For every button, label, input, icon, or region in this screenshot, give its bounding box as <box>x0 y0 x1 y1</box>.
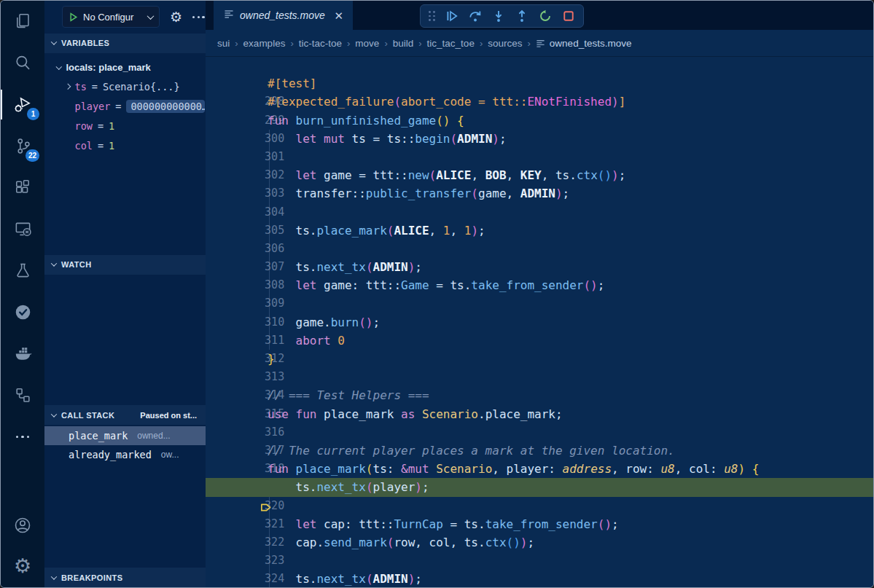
line-gutter: 310 <box>206 276 246 294</box>
beaker-icon <box>13 261 33 281</box>
code-line[interactable]: 305 transfer::public_transfer(game, ADMI… <box>206 184 873 203</box>
explorer-icon <box>13 12 33 31</box>
code-line[interactable]: 306 <box>206 203 873 222</box>
watch-section-header[interactable]: WATCH <box>44 255 206 275</box>
chevron-right-icon <box>65 84 71 90</box>
code-line[interactable]: 318 <box>206 423 873 442</box>
tab-owned-tests[interactable]: owned_tests.move ✕ <box>214 1 353 30</box>
breadcrumb-item[interactable]: examples <box>243 38 286 49</box>
variables-title: VARIABLES <box>61 39 109 47</box>
variable-row[interactable]: ts = Scenario{...} <box>44 77 206 97</box>
code-line[interactable]: 322 <box>206 497 873 515</box>
code-line[interactable]: 309 ts.next_tx(ADMIN); <box>206 258 873 276</box>
step-over-button[interactable] <box>469 9 482 23</box>
continue-button[interactable] <box>445 9 459 23</box>
variable-value[interactable]: 1 <box>109 140 114 152</box>
code-line[interactable]: 313 abort 0 <box>206 332 873 350</box>
frame-file: ow... <box>161 450 179 460</box>
sidebar-item-search[interactable] <box>1 42 44 84</box>
code-line[interactable]: 307 ts.place_mark(ALICE, 1, 1); <box>206 222 873 240</box>
code-line[interactable]: 316 // === Test Helpers === <box>206 386 873 404</box>
restart-button[interactable] <box>539 9 552 23</box>
move-file-icon <box>224 9 234 22</box>
variable-value[interactable]: 1 <box>109 120 114 132</box>
sidebar-item-docker[interactable] <box>1 333 44 375</box>
variable-row[interactable]: col = 1 <box>44 136 206 156</box>
extensions-icon <box>13 178 33 197</box>
line-text: use fun place_mark as Scenario.place_mar… <box>246 405 563 423</box>
line-gutter: 321 <box>206 478 246 496</box>
code-line[interactable]: 320 fun place_mark(ts: &mut Scenario, pl… <box>206 460 873 478</box>
code-line[interactable]: 324 cap.send_mark(row, col, ts.ctx()); <box>206 533 873 552</box>
breadcrumb-file[interactable]: owned_tests.move <box>536 38 632 49</box>
code-line[interactable]: 317 use fun place_mark as Scenario.place… <box>206 405 873 423</box>
line-gutter: 307 <box>206 222 246 240</box>
settings-button[interactable]: ⚙ <box>1 546 44 587</box>
code-line[interactable]: 326 ts.next_tx(ADMIN); <box>206 570 873 587</box>
stop-button[interactable] <box>562 9 575 23</box>
code-line[interactable]: 321 ts.next_tx(player); <box>206 478 873 496</box>
variables-scope-row[interactable]: locals: place_mark <box>44 58 206 77</box>
sidebar-item-remote-explorer[interactable] <box>1 208 44 250</box>
code-lines: 298 299 #[test] 300 #[expected_failure(a… <box>206 56 873 587</box>
breadcrumb-item[interactable]: move <box>355 38 379 49</box>
code-line[interactable]: 312 game.burn(); <box>206 313 873 332</box>
check-circle-icon <box>13 302 33 322</box>
code-line[interactable]: 302 let mut ts = ts::begin(ADMIN); <box>206 130 873 148</box>
code-line[interactable]: 314 } <box>206 350 873 368</box>
variables-panel: locals: place_mark ts = Scenario{...} pl… <box>44 53 206 255</box>
step-out-button[interactable] <box>515 9 528 23</box>
code-line[interactable]: 315 <box>206 368 873 386</box>
code-line[interactable]: 311 <box>206 294 873 313</box>
account-button[interactable] <box>1 504 44 546</box>
variable-row[interactable]: player = 000000000000… <box>44 97 206 117</box>
sidebar-item-run-debug[interactable]: 1 <box>1 84 44 125</box>
code-line[interactable]: 325 <box>206 552 873 570</box>
variable-value[interactable]: Scenario{...} <box>103 81 180 93</box>
launch-config-dropdown[interactable]: No Configur <box>62 6 160 28</box>
breadcrumb-item[interactable]: sources <box>488 38 522 49</box>
code-line[interactable]: 299 #[test] <box>206 74 873 93</box>
code-line[interactable]: 308 <box>206 240 873 258</box>
breadcrumb-item[interactable]: sui <box>217 38 230 49</box>
code-line[interactable]: 323 let cap: ttt::TurnCap = ts.take_from… <box>206 515 873 533</box>
callstack-frame[interactable]: place_mark owned... <box>44 426 206 445</box>
sidebar-item-testing[interactable] <box>1 250 44 291</box>
sidebar-item-hierarchy[interactable] <box>1 375 44 416</box>
debug-more-actions[interactable] <box>192 16 205 18</box>
breadcrumb-item[interactable]: tic-tac-toe <box>299 38 342 49</box>
callstack-section-header[interactable]: CALL STACK Paused on st... <box>44 405 206 425</box>
sidebar-item-extensions[interactable] <box>1 167 44 208</box>
hierarchy-icon <box>13 385 33 405</box>
sidebar-item-check[interactable] <box>1 291 44 333</box>
code-line[interactable]: 319 // The current player places a mark … <box>206 442 873 460</box>
code-line[interactable]: 298 <box>206 56 873 74</box>
breadcrumb-item[interactable]: build <box>393 38 414 49</box>
sidebar-item-explorer[interactable] <box>1 1 44 42</box>
callstack-frame[interactable]: already_marked ow... <box>44 445 206 464</box>
variable-value[interactable]: 000000000000… <box>126 100 205 113</box>
debug-settings-gear[interactable]: ⚙ <box>170 10 182 24</box>
code-line[interactable]: 304 let game = ttt::new(ALICE, BOB, KEY,… <box>206 166 873 184</box>
chevron-down-icon <box>51 573 57 579</box>
code-line[interactable]: 303 <box>206 148 873 166</box>
code-line[interactable]: 300 #[expected_failure(abort_code = ttt:… <box>206 93 873 111</box>
callstack-status: Paused on st... <box>140 411 198 420</box>
breakpoints-section-header[interactable]: BREAKPOINTS <box>44 568 206 587</box>
chevron-down-icon <box>56 63 62 69</box>
line-text: cap.send_mark(row, col, ts.ctx()); <box>246 533 534 552</box>
breadcrumb-item[interactable]: tic_tac_toe <box>427 38 475 49</box>
code-editor[interactable]: 298 299 #[test] 300 #[expected_failure(a… <box>206 56 873 587</box>
line-text: ts.next_tx(ADMIN); <box>246 570 422 587</box>
variables-section-header[interactable]: VARIABLES <box>44 34 206 53</box>
toolbar-drag-handle[interactable] <box>429 11 435 22</box>
line-text: ts.next_tx(player); <box>246 478 429 496</box>
variable-row[interactable]: row = 1 <box>44 117 206 136</box>
close-icon[interactable]: ✕ <box>332 9 346 22</box>
sidebar-item-source-control[interactable]: 22 <box>1 125 44 167</box>
line-gutter: 309 <box>206 258 246 276</box>
sidebar-item-more[interactable] <box>1 416 44 458</box>
code-line[interactable]: 310 let game: ttt::Game = ts.take_from_s… <box>206 276 873 294</box>
step-into-button[interactable] <box>492 9 505 23</box>
code-line[interactable]: 301 fun burn_unfinished_game() { <box>206 111 873 130</box>
